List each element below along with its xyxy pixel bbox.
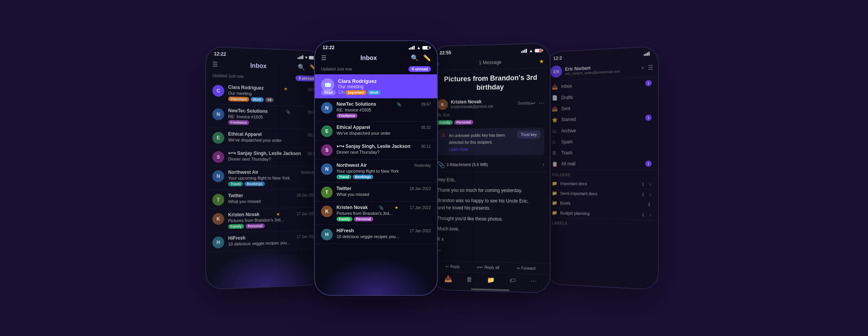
folder-chevron-icon[interactable]: ∨ <box>649 192 651 196</box>
email-sender: Twitter <box>228 193 243 198</box>
list-item[interactable]: HHiFresh17 Jan 202210 delicious veggie r… <box>206 230 323 252</box>
folder-chevron-icon[interactable]: ∨ <box>649 182 651 186</box>
nav-item-archive[interactable]: 🗂Archive <box>546 123 658 137</box>
trash-action-btn[interactable]: 🗑 <box>466 276 473 283</box>
label-action-btn[interactable]: 🏷 <box>509 277 516 284</box>
list-item[interactable]: NNorthwest AirYesterdayYour upcoming fli… <box>315 159 437 183</box>
list-item[interactable]: NNorthwest AirYesterdayYour upcoming fli… <box>206 166 323 190</box>
nav-item-all-mail[interactable]: 📋All mail1 <box>546 158 658 170</box>
app-header-2: ☰ Inbox 🔍 ✏️ <box>315 52 437 65</box>
list-item[interactable]: CClara Rodriguez★10:04Our meetingImporta… <box>206 81 323 106</box>
email-sender: ↩↪ Sanjay Singh, Leslie Jackson <box>228 151 301 156</box>
learn-more-link[interactable]: Learn more <box>449 147 468 151</box>
reply-all-button[interactable]: ↩↩ Reply all <box>477 265 499 270</box>
list-item[interactable]: KKristen Novak📎★17 Jan 2022Pictures from… <box>315 202 437 225</box>
nav-item-spam[interactable]: ⚠Spam <box>546 135 658 147</box>
list-item[interactable]: NNewTec Solutions📎09:47RE: Invoice #1605… <box>206 104 323 129</box>
svg-rect-14 <box>647 53 648 56</box>
account-chevron-icon[interactable]: ∨ <box>641 65 644 71</box>
list-item[interactable]: S↩↪ Sanjay Singh, Leslie Jackson00:11Din… <box>315 141 437 159</box>
avatar: T <box>321 187 333 198</box>
list-item[interactable]: NNewTec Solutions📎09:47RE: Invoice #1605… <box>315 98 437 122</box>
avatar: N <box>212 108 224 120</box>
more-action-btn[interactable]: ⋯ <box>530 277 537 285</box>
list-item[interactable]: TTwitter18 Jan 2022What you missed <box>206 189 323 209</box>
search-icon-2[interactable]: 🔍 <box>411 54 419 62</box>
updated-text-2: Updated Just now <box>321 67 352 71</box>
status-time-2: 12:22 <box>323 45 335 50</box>
list-item[interactable]: EEthical Apparel05:32We've dispatched yo… <box>315 122 437 141</box>
svg-rect-1 <box>299 57 301 59</box>
hamburger-icon-4[interactable]: ☰ <box>648 63 653 71</box>
attachment-row[interactable]: 📎 3 Attachment (5.6 MB) › <box>432 157 550 171</box>
list-item[interactable]: HHiFresh17 Jan 202210 delicious veggie r… <box>315 225 437 244</box>
folder-count: 3 <box>648 202 650 207</box>
wifi-icon-1: ▾ <box>305 55 308 60</box>
attachment-info: 📎 3 Attachment (5.6 MB) <box>437 161 488 168</box>
email-subject: We've dispatched your order <box>337 131 431 135</box>
list-item[interactable]: KKristen Novak★17 Jan 2022Pictures from … <box>206 208 323 233</box>
folder-item[interactable]: 📁Important docs1∨ <box>546 178 658 189</box>
trust-key-button[interactable]: Trust key <box>517 131 540 139</box>
nav-label: Archive <box>561 127 652 134</box>
avatar: C <box>212 85 224 97</box>
email-sender: Ethical Apparel <box>337 125 370 130</box>
active-email-item[interactable]: ✉️ Clara Rodriguez Our meeting 12h Impor… <box>315 74 437 98</box>
list-item[interactable]: EEthical Apparel05:32We've dispatched yo… <box>206 128 323 148</box>
avatar: S <box>212 151 224 163</box>
status-icons-3: ▲ <box>521 48 542 53</box>
nav-label: All mail <box>561 161 641 166</box>
email-subject: Pictures from Brandon's 3rd... <box>228 217 317 223</box>
star-button[interactable]: ★ <box>539 58 544 64</box>
folder-chevron-icon[interactable]: ∨ <box>649 213 651 217</box>
avatar: H <box>212 237 224 249</box>
email-sender: NewTec Solutions <box>228 108 268 114</box>
forward-button[interactable]: ↪ Forward <box>516 266 535 271</box>
star-icon: ★ <box>276 212 280 217</box>
folder-label: Important docs <box>560 181 639 186</box>
folder-label: Budget planning <box>560 211 639 217</box>
body-line-6: K x <box>437 235 544 245</box>
search-icon-1[interactable]: 🔍 <box>298 63 305 71</box>
signal-icon-2 <box>409 46 415 50</box>
email-time: 17 Jan 2022 <box>410 229 431 233</box>
email-sender: ↩↪ Sanjay Singh, Leslie Jackson <box>337 144 410 149</box>
inbox-action-btn[interactable]: 📥 <box>444 275 452 283</box>
folder-count: 1 <box>642 182 644 186</box>
email-list-1: CClara Rodriguez★10:04Our meetingImporta… <box>206 81 323 252</box>
unread-badge-2: 4 unread <box>408 66 431 72</box>
reply-icon-detail[interactable]: ↩ <box>531 100 535 106</box>
svg-rect-12 <box>644 54 645 56</box>
count-badge: 1 <box>645 115 651 121</box>
svg-rect-15 <box>648 51 649 55</box>
svg-rect-3 <box>302 55 303 59</box>
draft-icon: 📄 <box>552 95 558 101</box>
read-label[interactable]: Read <box>321 90 336 95</box>
attach-icon: 📎 <box>396 102 401 106</box>
menu-icon-2[interactable]: ☰ <box>321 54 326 62</box>
email-subject: Your upcoming flight to New York <box>337 169 431 173</box>
avatar: H <box>321 229 333 240</box>
star-icon: ★ <box>284 86 288 91</box>
list-item[interactable]: S↩↪ Sanjay Singh, Leslie Jackson00:11Din… <box>206 147 323 166</box>
sent-icon: 📤 <box>552 106 558 111</box>
star-icon: ⭐ <box>552 117 558 123</box>
list-item[interactable]: TTwitter18 Jan 2022What you missed <box>315 183 437 202</box>
more-icon-detail[interactable]: ⋯ <box>539 100 544 106</box>
email-tags-detail: Family Personal <box>432 117 550 126</box>
email-subject: Dinner next Thursday? <box>337 150 431 154</box>
warning-text: An unknown public key has been detected … <box>449 133 505 145</box>
folder-count: 1 <box>642 213 644 217</box>
nav-label: Drafts <box>561 92 652 100</box>
menu-icon-1[interactable]: ☰ <box>212 60 218 68</box>
sender-email: kristennovak@proton.me <box>451 104 518 109</box>
nav-item-trash[interactable]: 🗑Trash <box>546 146 658 158</box>
phone-3: 22:55 ▲ ‹ 1 Message ★ Pictures from Bran… <box>431 43 550 293</box>
svg-rect-7 <box>413 46 415 50</box>
svg-rect-10 <box>524 50 525 53</box>
compose-icon-2[interactable]: ✏️ <box>423 54 431 62</box>
archive-action-btn[interactable]: 📁 <box>487 276 495 284</box>
reply-button[interactable]: ↩ Reply <box>446 264 460 269</box>
inbox-title-1: Inbox <box>250 62 267 69</box>
expanded-subject: Our meeting <box>338 84 381 89</box>
